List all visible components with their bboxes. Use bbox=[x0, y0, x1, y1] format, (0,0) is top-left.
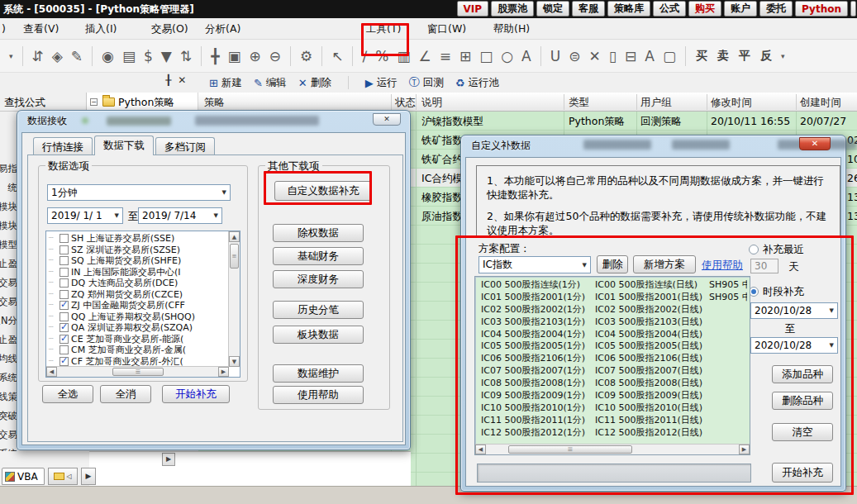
column-header-策略[interactable]: 策略 bbox=[204, 93, 225, 112]
toolbar-icon[interactable]: ○ bbox=[501, 48, 513, 64]
close-button[interactable]: ✕ bbox=[799, 137, 831, 150]
column-header-状态[interactable]: 状态 bbox=[395, 93, 416, 112]
板块数据-button[interactable]: 板块数据 bbox=[273, 326, 364, 344]
toolbar-icon[interactable]: ⊜ bbox=[569, 48, 580, 64]
scroll-thumb[interactable]: ≡ bbox=[230, 244, 239, 269]
exchange-item-CE[interactable]: CE 芝加哥商业交易所-能源( bbox=[48, 334, 228, 345]
trade-button-卖[interactable]: 卖 bbox=[717, 49, 729, 64]
checkbox-unchecked[interactable] bbox=[60, 312, 69, 321]
toolbar-icon[interactable]: ⊟ bbox=[625, 48, 636, 64]
历史分笔-button[interactable]: 历史分笔 bbox=[273, 301, 364, 319]
menu-item-交易(O)[interactable]: 交易(O) bbox=[151, 18, 188, 40]
toolbar-icon[interactable]: U bbox=[550, 48, 560, 64]
titlebar-button-委托[interactable]: 委托 bbox=[759, 1, 793, 17]
start-fill-button[interactable]: 开始补充 bbox=[162, 385, 230, 403]
titlebar-button-股票池[interactable]: 股票池 bbox=[491, 1, 534, 17]
checkbox-unchecked[interactable] bbox=[60, 290, 69, 299]
toolbar-icon[interactable]: ▼ bbox=[161, 48, 172, 64]
scroll-right-icon[interactable]: ▶ bbox=[218, 367, 229, 377]
scroll-down-icon[interactable]: ▼ bbox=[229, 356, 240, 367]
select-all-button[interactable]: 全选 bbox=[42, 385, 93, 403]
toolbar-icon[interactable]: ▢ bbox=[663, 48, 676, 64]
toolbar-icon[interactable]: ╋ bbox=[211, 48, 219, 64]
formula-name-fragment[interactable]: 交易 bbox=[0, 273, 17, 292]
close-button[interactable]: ✕ bbox=[373, 113, 401, 126]
tab-多档订阅[interactable]: 多档订阅 bbox=[155, 137, 215, 155]
vertical-scrollbar[interactable]: ▲ ≡ ▼ bbox=[228, 231, 240, 367]
menu-item-窗口(W)[interactable]: 窗口(W) bbox=[427, 18, 466, 40]
formula-name-fragment[interactable]: 交易指 bbox=[0, 159, 17, 178]
toolbar-icon[interactable]: □ bbox=[479, 48, 493, 64]
toolbar-icon[interactable]: ▤ bbox=[122, 48, 136, 64]
titlebar-button-VIP[interactable]: VIP bbox=[457, 1, 489, 17]
toolbar-icon[interactable]: ≡ bbox=[440, 48, 451, 64]
folder-nav-button[interactable]: ◁ bbox=[48, 468, 78, 485]
exchange-item-ZJ[interactable]: ZJ 中国金融期货交易所(CFF bbox=[48, 300, 228, 311]
exchange-item-QQ[interactable]: QQ 上海证券期权交易(SHQQ) bbox=[48, 311, 228, 323]
strategy-tree[interactable]: − Python策略 bbox=[87, 93, 198, 112]
toolbar-icon[interactable]: A bbox=[521, 48, 531, 64]
titlebar-button-策略库[interactable]: 策略库 bbox=[607, 1, 650, 17]
formula-name-fragment[interactable]: 模块 bbox=[0, 216, 17, 235]
formula-name-fragment[interactable]: 线策 bbox=[0, 388, 17, 407]
pin-icon[interactable]: ╂ bbox=[165, 74, 171, 86]
toolbar-icon[interactable]: ◉ bbox=[102, 48, 114, 64]
exchange-item-SH[interactable]: SH 上海证券交易所(SSE) bbox=[48, 233, 228, 245]
exchange-item-IN[interactable]: IN 上海国际能源交易中心(I bbox=[48, 267, 228, 278]
column-header-创建时间[interactable]: 创建时间 bbox=[800, 93, 841, 112]
checkbox-unchecked[interactable] bbox=[60, 268, 69, 277]
strategy-运行-button[interactable]: ▶运行 bbox=[365, 76, 398, 90]
使用帮助-button[interactable]: 使用帮助 bbox=[273, 386, 364, 404]
toolbar-icon[interactable]: ↖ bbox=[331, 48, 343, 64]
checkbox-checked[interactable] bbox=[60, 335, 69, 344]
toolbar-icon[interactable]: ✕ bbox=[588, 48, 600, 64]
toolbar-icon[interactable]: ▣ bbox=[227, 48, 240, 64]
tab-行情连接[interactable]: 行情连接 bbox=[33, 137, 93, 155]
formula-name-fragment[interactable]: 止盈 bbox=[0, 330, 17, 349]
date-from-select[interactable]: 2019/ 1/ 1▼ bbox=[47, 207, 123, 224]
scroll-right-button[interactable]: ▶ bbox=[162, 453, 175, 466]
checkbox-unchecked[interactable] bbox=[60, 345, 69, 354]
基础财务-button[interactable]: 基础财务 bbox=[273, 247, 364, 265]
trade-button-买[interactable]: 买 bbox=[696, 49, 707, 64]
clear-all-button[interactable]: 全消 bbox=[100, 385, 151, 403]
strategy-回测-button[interactable]: Ⓣ回测 bbox=[409, 75, 444, 90]
strategy-编辑-button[interactable]: ✎编辑 bbox=[254, 76, 287, 90]
exchange-item-SZ[interactable]: SZ 深圳证券交易所(SZSE) bbox=[48, 245, 228, 256]
checkbox-unchecked[interactable] bbox=[60, 256, 69, 265]
menu-item-分析(A)[interactable]: 分析(A) bbox=[205, 18, 240, 40]
toolbar-icon[interactable]: ⇵ bbox=[32, 48, 44, 64]
exchange-listbox[interactable]: SH 上海证券交易所(SSE)SZ 深圳证券交易所(SZSE)SQ 上海期货交易… bbox=[45, 231, 240, 378]
titlebar-button-购买[interactable]: 购买 bbox=[688, 1, 721, 17]
formula-name-fragment[interactable]: 交易 bbox=[0, 426, 17, 445]
formula-name-fragment[interactable]: 系统 bbox=[0, 368, 17, 388]
toolbar-icon[interactable]: $ bbox=[144, 48, 153, 64]
exchange-item-CM[interactable]: CM 芝加哥商业交易所-金属( bbox=[48, 345, 228, 356]
exchange-item-QA[interactable]: QA 深圳证券期权交易(SZQA) bbox=[48, 322, 228, 334]
arrow-right-button[interactable]: ▶ bbox=[81, 468, 96, 485]
toolbar-icon[interactable]: ▯ bbox=[609, 48, 617, 64]
formula-name-fragment[interactable]: 止盈 bbox=[0, 254, 17, 273]
menu-item-帮助(H)[interactable]: 帮助(H) bbox=[493, 18, 530, 40]
column-header-用户组[interactable]: 用户组 bbox=[640, 93, 672, 112]
toolbar-icon[interactable]: ⊞ bbox=[459, 48, 471, 64]
exchange-item-ZQ[interactable]: ZQ 郑州期货交易所(CZCE) bbox=[48, 289, 228, 301]
formula-name-fragment[interactable]: 突破 bbox=[0, 407, 17, 426]
scroll-thumb[interactable]: ☰ bbox=[112, 368, 164, 376]
toolbar-icon[interactable]: ⚙ bbox=[300, 48, 312, 64]
titlebar-button-锁定[interactable]: 锁定 bbox=[536, 1, 569, 17]
column-header-类型[interactable]: 类型 bbox=[569, 93, 589, 112]
scroll-left-icon[interactable]: ◀ bbox=[46, 367, 57, 377]
find-formula-panel-header[interactable]: 查找公式 bbox=[0, 93, 87, 112]
checkbox-unchecked[interactable] bbox=[60, 245, 69, 254]
titlebar-button-公式[interactable]: 公式 bbox=[653, 1, 686, 17]
checkbox-checked[interactable] bbox=[60, 301, 69, 310]
formula-name-fragment[interactable]: 模型 bbox=[0, 235, 17, 254]
titlebar-button-Python[interactable]: Python bbox=[795, 1, 848, 17]
trade-button-反[interactable]: 反 bbox=[760, 49, 772, 64]
strategy-运行池-button[interactable]: ♻运行池 bbox=[455, 76, 499, 90]
titlebar-button-clipped[interactable] bbox=[850, 1, 856, 17]
titlebar-button-客服[interactable]: 客服 bbox=[572, 1, 605, 17]
exchange-item-CF[interactable]: CF 芝加哥商业交易所-外汇( bbox=[48, 356, 228, 368]
toolbar-icon[interactable]: ⊕ bbox=[249, 48, 260, 64]
